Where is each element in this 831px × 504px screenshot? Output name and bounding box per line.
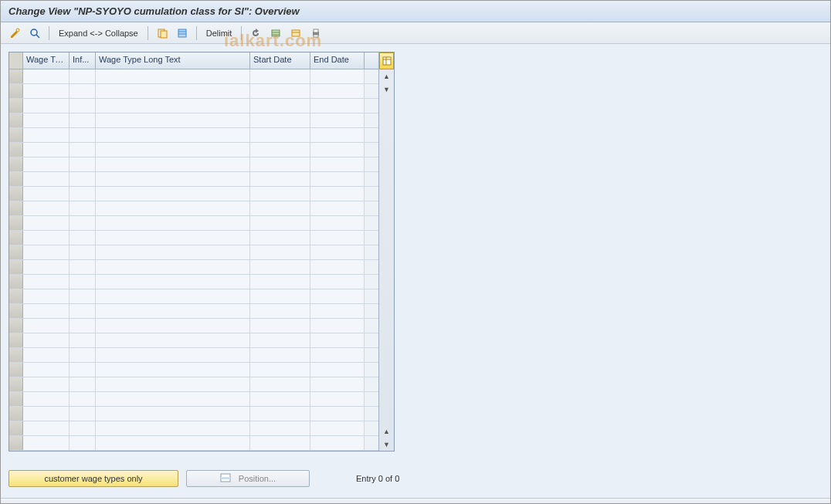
cell-inf[interactable]	[70, 348, 96, 362]
cell-start-date[interactable]	[250, 245, 310, 259]
cell-end-date[interactable]	[310, 113, 365, 127]
cell-long-text[interactable]	[96, 319, 250, 333]
table-row[interactable]	[9, 201, 378, 216]
cell-end-date[interactable]	[310, 128, 365, 142]
cell-inf[interactable]	[70, 407, 96, 421]
cell-long-text[interactable]	[96, 333, 250, 347]
row-selector[interactable]	[9, 245, 23, 259]
table-row[interactable]	[9, 377, 378, 392]
table-row[interactable]	[9, 421, 378, 436]
cell-long-text[interactable]	[96, 157, 250, 171]
row-selector[interactable]	[9, 348, 23, 362]
cell-long-text[interactable]	[96, 113, 250, 127]
row-selector[interactable]	[9, 421, 23, 435]
cell-wage-type[interactable]	[23, 201, 70, 215]
cell-end-date[interactable]	[310, 99, 365, 113]
cell-long-text[interactable]	[96, 407, 250, 421]
cell-inf[interactable]	[70, 201, 96, 215]
table-row[interactable]	[9, 128, 378, 143]
table-row[interactable]	[9, 275, 378, 289]
cell-end-date[interactable]	[310, 348, 365, 362]
cell-wage-type[interactable]	[23, 231, 70, 245]
cell-inf[interactable]	[70, 245, 96, 259]
cell-long-text[interactable]	[96, 143, 250, 157]
select-block-button[interactable]	[268, 25, 283, 41]
row-selector[interactable]	[9, 99, 23, 113]
cell-end-date[interactable]	[310, 333, 365, 347]
table-row[interactable]	[9, 187, 378, 201]
cell-inf[interactable]	[70, 157, 96, 171]
table-row[interactable]	[9, 113, 378, 128]
row-selector[interactable]	[9, 201, 23, 215]
cell-end-date[interactable]	[310, 245, 365, 259]
copy-as-button[interactable]	[154, 25, 170, 41]
cell-long-text[interactable]	[96, 128, 250, 142]
cell-end-date[interactable]	[310, 436, 365, 450]
cell-long-text[interactable]	[96, 304, 250, 318]
cell-inf[interactable]	[70, 172, 96, 186]
row-selector[interactable]	[9, 216, 23, 230]
row-selector[interactable]	[9, 128, 23, 142]
cell-inf[interactable]	[70, 392, 96, 406]
cell-long-text[interactable]	[96, 392, 250, 406]
cell-wage-type[interactable]	[23, 436, 70, 450]
cell-start-date[interactable]	[250, 187, 310, 201]
deselect-all-button[interactable]	[288, 25, 304, 41]
cell-start-date[interactable]	[250, 319, 310, 333]
table-row[interactable]	[9, 333, 378, 348]
cell-wage-type[interactable]	[23, 289, 70, 303]
cell-inf[interactable]	[70, 436, 96, 450]
cell-end-date[interactable]	[310, 172, 365, 186]
row-selector[interactable]	[9, 260, 23, 274]
cell-inf[interactable]	[70, 187, 96, 201]
row-selector[interactable]	[9, 304, 23, 318]
cell-long-text[interactable]	[96, 187, 250, 201]
table-row[interactable]	[9, 436, 378, 451]
cell-start-date[interactable]	[250, 377, 310, 391]
cell-start-date[interactable]	[250, 113, 310, 127]
cell-wage-type[interactable]	[23, 69, 70, 83]
cell-inf[interactable]	[70, 275, 96, 289]
cell-inf[interactable]	[70, 260, 96, 274]
cell-wage-type[interactable]	[23, 348, 70, 362]
cell-inf[interactable]	[70, 113, 96, 127]
row-selector[interactable]	[9, 377, 23, 391]
table-row[interactable]	[9, 407, 378, 421]
cell-start-date[interactable]	[250, 333, 310, 347]
row-selector[interactable]	[9, 84, 23, 98]
cell-long-text[interactable]	[96, 436, 250, 450]
table-row[interactable]	[9, 363, 378, 377]
cell-end-date[interactable]	[310, 377, 365, 391]
table-row[interactable]	[9, 304, 378, 319]
row-selector[interactable]	[9, 319, 23, 333]
cell-start-date[interactable]	[250, 275, 310, 289]
cell-inf[interactable]	[70, 231, 96, 245]
cell-start-date[interactable]	[250, 363, 310, 377]
cell-end-date[interactable]	[310, 407, 365, 421]
row-selector[interactable]	[9, 157, 23, 171]
undo-change-button[interactable]	[248, 25, 263, 41]
row-selector[interactable]	[9, 143, 23, 157]
cell-wage-type[interactable]	[23, 187, 70, 201]
cell-wage-type[interactable]	[23, 245, 70, 259]
cell-start-date[interactable]	[250, 69, 310, 83]
cell-end-date[interactable]	[310, 231, 365, 245]
cell-long-text[interactable]	[96, 289, 250, 303]
cell-end-date[interactable]	[310, 275, 365, 289]
cell-long-text[interactable]	[96, 172, 250, 186]
row-selector[interactable]	[9, 187, 23, 201]
cell-start-date[interactable]	[250, 289, 310, 303]
cell-long-text[interactable]	[96, 275, 250, 289]
cell-inf[interactable]	[70, 143, 96, 157]
cell-end-date[interactable]	[310, 216, 365, 230]
cell-wage-type[interactable]	[23, 143, 70, 157]
other-view-button[interactable]	[27, 25, 42, 41]
cell-end-date[interactable]	[310, 421, 365, 435]
cell-start-date[interactable]	[250, 407, 310, 421]
column-header-long-text[interactable]: Wage Type Long Text	[96, 52, 250, 69]
cell-inf[interactable]	[70, 333, 96, 347]
cell-wage-type[interactable]	[23, 363, 70, 377]
cell-start-date[interactable]	[250, 304, 310, 318]
cell-inf[interactable]	[70, 304, 96, 318]
cell-end-date[interactable]	[310, 157, 365, 171]
